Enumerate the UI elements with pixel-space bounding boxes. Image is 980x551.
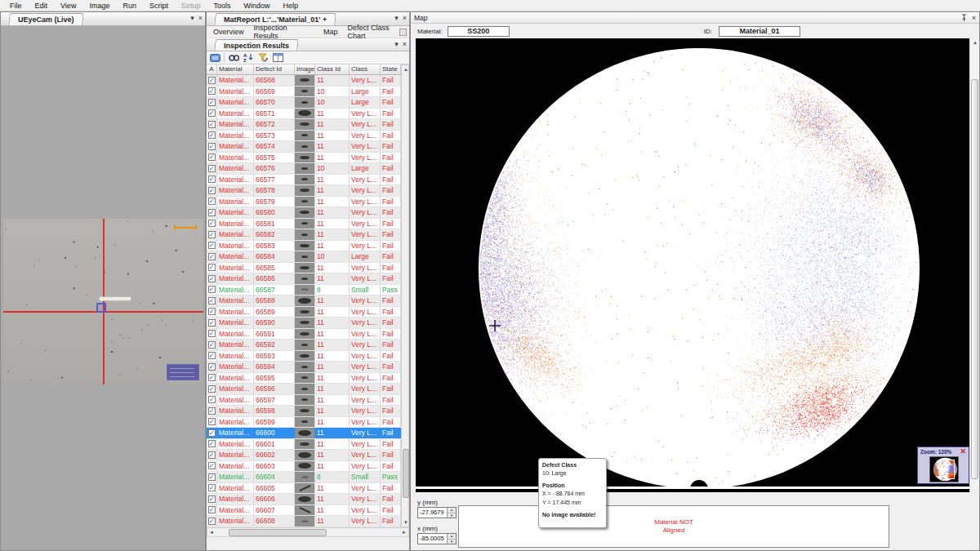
table-row[interactable]: ✓Material...665878SmallPass [207, 285, 401, 296]
row-checkbox[interactable]: ✓ [208, 429, 216, 437]
row-checkbox[interactable]: ✓ [208, 198, 216, 205]
y-position-spinner[interactable]: -27.9679 ▲▼ [417, 507, 457, 518]
row-checkbox[interactable]: ✓ [208, 407, 216, 415]
pin-icon[interactable] [961, 14, 967, 23]
wafer-map-canvas[interactable] [416, 38, 971, 492]
table-row[interactable]: ✓Material...6658311Very L...Fail [207, 241, 401, 252]
table-row[interactable]: ✓Material...6659811Very L...Fail [207, 406, 401, 417]
table-row[interactable]: ✓Material...6660611Very L...Fail [207, 494, 401, 505]
table-row[interactable]: ✓Material...6657010LargeFail [207, 97, 401, 109]
row-checkbox[interactable]: ✓ [208, 518, 216, 525]
subtab-overflow-icon[interactable] [399, 29, 407, 36]
scroll-left-icon[interactable]: ◄ [207, 528, 216, 536]
table-row[interactable]: ✓Material...6659311Very L...Fail [207, 351, 401, 362]
spin-down-icon[interactable]: ▼ [448, 513, 456, 518]
table-row[interactable]: ✓Material...6656811Very L...Fail [207, 75, 401, 87]
minimap[interactable] [929, 456, 959, 482]
table-row[interactable]: ✓Material...6658511Very L...Fail [207, 263, 401, 274]
row-checkbox[interactable]: ✓ [208, 319, 216, 327]
table-row[interactable]: ✓Material...6657811Very L...Fail [207, 185, 401, 197]
table-row[interactable]: ✓Material...6658911Very L...Fail [207, 307, 401, 318]
row-checkbox[interactable]: ✓ [208, 495, 216, 503]
row-checkbox[interactable]: ✓ [208, 77, 216, 84]
col-header-state[interactable]: State [381, 64, 401, 74]
row-checkbox[interactable]: ✓ [208, 253, 216, 260]
row-checkbox[interactable]: ✓ [208, 440, 216, 447]
row-checkbox[interactable]: ✓ [208, 242, 216, 249]
table-row[interactable]: ✓Material...6658611Very L...Fail [207, 273, 401, 285]
row-checkbox[interactable]: ✓ [208, 209, 216, 216]
columns-icon[interactable] [272, 52, 283, 63]
grid-vertical-scrollbar[interactable]: ▲ ▼ [401, 64, 409, 527]
find-icon[interactable] [228, 52, 239, 63]
menu-setup[interactable]: Setup [175, 2, 207, 10]
grid-vscroll-thumb[interactable] [403, 449, 409, 498]
table-row[interactable]: ✓Material...6659611Very L...Fail [207, 384, 401, 395]
table-row[interactable]: ✓Material...6658011Very L...Fail [207, 207, 401, 219]
row-checkbox[interactable]: ✓ [208, 176, 216, 183]
row-checkbox[interactable]: ✓ [208, 374, 216, 381]
row-checkbox[interactable]: ✓ [208, 396, 216, 403]
row-checkbox[interactable]: ✓ [208, 99, 216, 106]
menu-file[interactable]: File [3, 2, 29, 10]
row-checkbox[interactable]: ✓ [208, 330, 216, 337]
scroll-right-icon[interactable]: ► [400, 528, 408, 536]
zoom-close-icon[interactable]: ✕ [960, 448, 966, 455]
chevron-down-icon[interactable]: ▾ [394, 14, 399, 22]
row-checkbox[interactable]: ✓ [208, 187, 216, 194]
map-vscroll-thumb[interactable] [971, 79, 978, 479]
menu-window[interactable]: Window [237, 2, 276, 10]
table-row[interactable]: ✓Material...6660211Very L...Fail [207, 450, 401, 461]
row-checkbox[interactable]: ✓ [208, 109, 216, 117]
menu-help[interactable]: Help [277, 2, 305, 10]
col-header-a[interactable]: A [207, 64, 217, 74]
row-checkbox[interactable]: ✓ [208, 385, 216, 393]
table-row[interactable]: ✓Material...6657111Very L...Fail [207, 109, 401, 120]
table-row[interactable]: ✓Material...6657311Very L...Fail [207, 131, 401, 142]
table-row[interactable]: ✓Material...6659011Very L...Fail [207, 318, 401, 329]
table-row[interactable]: ✓Material...6660511Very L...Fail [207, 483, 401, 495]
spin-down-icon[interactable]: ▼ [448, 540, 456, 544]
row-checkbox[interactable]: ✓ [208, 308, 216, 315]
table-row[interactable]: ✓Material...6658410LargeFail [207, 251, 401, 263]
menu-tools[interactable]: Tools [207, 2, 237, 10]
row-checkbox[interactable]: ✓ [208, 418, 216, 425]
chevron-down-icon[interactable]: ▾ [190, 14, 194, 22]
table-row[interactable]: ✓Material...6659211Very L...Fail [207, 340, 401, 351]
col-header-material[interactable]: Material [217, 64, 254, 74]
row-checkbox[interactable]: ✓ [208, 121, 216, 128]
table-row[interactable]: ✓Material...6657411Very L...Fail [207, 141, 401, 153]
table-row[interactable]: ✓Material...6657711Very L...Fail [207, 175, 401, 186]
grid-hscroll-thumb[interactable] [229, 529, 327, 536]
col-header-class[interactable]: Class [350, 64, 381, 74]
menu-run[interactable]: Run [116, 2, 143, 10]
menu-image[interactable]: Image [82, 2, 116, 10]
table-row[interactable]: ✓Material...6659511Very L...Fail [207, 373, 401, 384]
table-row[interactable]: ✓Material...6657610LargeFail [207, 163, 401, 175]
close-icon[interactable]: × [403, 14, 407, 22]
row-checkbox[interactable]: ✓ [208, 297, 216, 304]
table-row[interactable]: ✓Material...6659411Very L...Fail [207, 362, 401, 373]
scroll-up-icon[interactable]: ▲ [402, 65, 410, 73]
camera-live-image[interactable] [3, 219, 203, 384]
x-position-spinner[interactable]: -85.0005 ▲▼ [417, 533, 457, 544]
scroll-down-icon[interactable]: ▼ [402, 518, 410, 527]
table-row[interactable]: ✓Material...6659111Very L...Fail [207, 329, 401, 340]
row-checkbox[interactable]: ✓ [208, 363, 216, 371]
subtab-map[interactable]: Map [323, 28, 338, 36]
row-checkbox[interactable]: ✓ [208, 131, 216, 139]
subtab-inspection-results[interactable]: Inspection Results [254, 24, 314, 40]
menu-edit[interactable]: Edit [29, 2, 55, 10]
col-header-class-id[interactable]: Class Id [315, 64, 350, 74]
sort-ascending-icon[interactable]: AZ [243, 52, 254, 63]
table-row[interactable]: ✓Material...6659711Very L...Fail [207, 395, 401, 407]
table-row[interactable]: ✓Material...6660311Very L...Fail [207, 461, 401, 473]
row-checkbox[interactable]: ✓ [208, 87, 216, 95]
table-row[interactable]: ✓Material...6660011Very L...Fail [207, 428, 401, 439]
close-icon[interactable]: × [972, 14, 976, 22]
row-checkbox[interactable]: ✓ [208, 231, 216, 238]
row-checkbox[interactable]: ✓ [208, 165, 216, 172]
filter-edit-icon[interactable] [257, 52, 269, 63]
menu-view[interactable]: View [54, 2, 82, 10]
row-checkbox[interactable]: ✓ [208, 352, 216, 359]
